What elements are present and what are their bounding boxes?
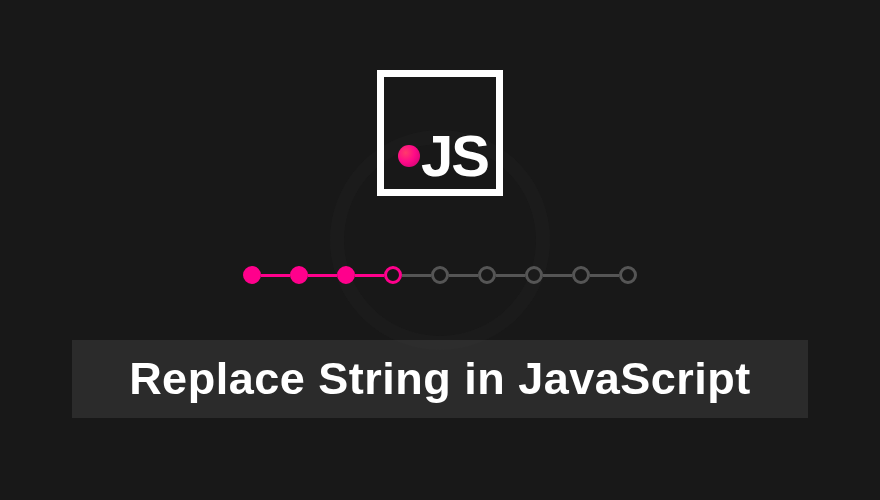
progress-segment [355, 274, 384, 277]
title-banner: Replace String in JavaScript [72, 340, 808, 418]
progress-segment [449, 274, 478, 277]
progress-node [290, 266, 308, 284]
logo-dot-icon [398, 145, 420, 167]
logo-label: JS [421, 127, 488, 185]
page-title: Replace String in JavaScript [129, 353, 751, 405]
progress-segment [261, 274, 290, 277]
progress-node [619, 266, 637, 284]
js-logo: JS [377, 70, 503, 196]
progress-segment [308, 274, 337, 277]
progress-node [243, 266, 261, 284]
progress-node [525, 266, 543, 284]
progress-node [431, 266, 449, 284]
progress-indicator [243, 266, 637, 284]
progress-node [337, 266, 355, 284]
progress-segment [543, 274, 572, 277]
progress-node-active [384, 266, 402, 284]
progress-node [572, 266, 590, 284]
progress-segment [402, 274, 431, 277]
progress-segment [496, 274, 525, 277]
progress-node [478, 266, 496, 284]
progress-segment [590, 274, 619, 277]
